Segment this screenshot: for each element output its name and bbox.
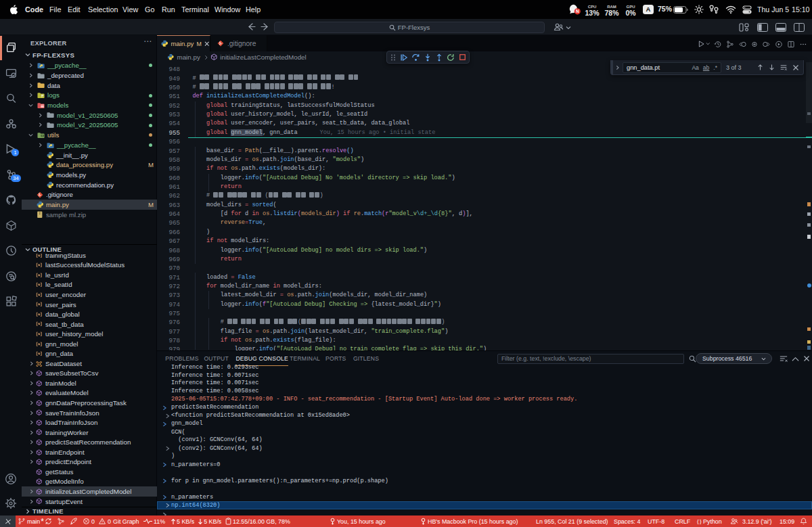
svg-text:N: N <box>576 9 579 14</box>
